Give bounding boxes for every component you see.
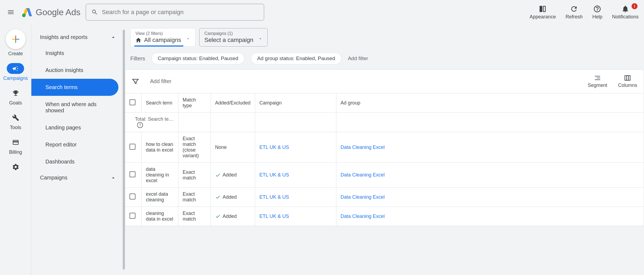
rail-goals[interactable]: Goals <box>7 88 24 106</box>
create-fab[interactable] <box>6 29 26 49</box>
svg-rect-3 <box>15 40 16 43</box>
cell-search-term: how to clean data in excel <box>141 132 178 163</box>
table-toolbar: Add filter Segment Columns <box>125 70 644 93</box>
sidebar-section-insights[interactable]: Insights and reports <box>31 30 125 45</box>
sidebar-item-search-terms[interactable]: Search terms <box>31 79 118 96</box>
check-icon <box>215 194 221 200</box>
notifications-button[interactable]: ! Notifications <box>612 5 639 20</box>
select-all-cell[interactable] <box>125 93 141 113</box>
sidebar-item-dashboards[interactable]: Dashboards <box>31 153 125 170</box>
help-icon <box>593 5 601 13</box>
sidebar-item-auction[interactable]: Auction insights <box>31 62 125 79</box>
table-add-filter[interactable]: Add filter <box>150 78 171 84</box>
cell-campaign[interactable]: ETL UK & US <box>255 188 336 207</box>
cell-ad-group[interactable]: Data Cleaning Excel <box>336 163 644 188</box>
gear-icon <box>7 162 24 172</box>
sidebar-item-insights[interactable]: Insights <box>31 45 125 62</box>
nav-rail: Create Campaigns Goals Tools Billing <box>0 24 31 275</box>
cell-added: Added <box>211 207 255 226</box>
filter-chip-adgroup-status[interactable]: Ad group status: Enabled, Paused <box>251 53 341 64</box>
columns-button[interactable]: Columns <box>618 74 637 88</box>
rail-settings[interactable] <box>7 162 24 172</box>
cell-ad-group[interactable]: Data Cleaning Excel <box>336 188 644 207</box>
segment-icon <box>594 74 601 81</box>
menu-icon[interactable] <box>5 7 16 18</box>
segment-button[interactable]: Segment <box>588 74 607 88</box>
rail-tools[interactable]: Tools <box>7 112 24 130</box>
table-header-row: Search term Match type Added/Excluded Ca… <box>125 93 644 113</box>
filter-icon[interactable] <box>132 78 139 85</box>
sidebar-item-when-where[interactable]: When and where ads showed <box>31 96 125 119</box>
sidebar-scrollbar[interactable] <box>123 30 125 270</box>
col-match-type[interactable]: Match type <box>178 93 211 113</box>
checkbox[interactable] <box>130 144 135 150</box>
columns-icon <box>624 74 631 81</box>
campaigns-icon <box>7 63 24 74</box>
filter-chip-campaign-status[interactable]: Campaign status: Enabled, Paused <box>151 53 244 64</box>
cell-campaign[interactable]: ETL UK & US <box>255 207 336 226</box>
trophy-icon <box>7 88 24 99</box>
chevron-down-icon <box>258 37 263 41</box>
appearance-icon <box>539 5 547 13</box>
chevron-up-icon <box>110 34 116 40</box>
chevron-down-icon <box>186 37 190 41</box>
help-button[interactable]: Help <box>592 5 602 20</box>
add-filter-link[interactable]: Add filter <box>348 55 368 61</box>
checkbox[interactable] <box>130 99 135 105</box>
cell-added: None <box>211 132 255 163</box>
cell-match-type: Exact match <box>178 207 211 226</box>
cell-match-type: Exact match (close variant) <box>178 132 211 163</box>
campaign-selector[interactable]: Campaigns (1) Select a campaign <box>199 28 268 47</box>
help-icon[interactable]: ? <box>137 122 143 128</box>
bell-icon <box>621 5 629 13</box>
app-header: Google Ads Appearance Refresh Help ! Not… <box>0 0 644 24</box>
home-icon <box>135 37 141 43</box>
cell-campaign[interactable]: ETL UK & US <box>255 163 336 188</box>
cell-search-term: excel data cleaning <box>141 188 178 207</box>
col-ad-group[interactable]: Ad group <box>336 93 644 113</box>
cell-campaign[interactable]: ETL UK & US <box>255 132 336 163</box>
filters-row: Filters Campaign status: Enabled, Paused… <box>130 50 639 69</box>
search-bar[interactable] <box>86 4 264 21</box>
sidebar: Insights and reports Insights Auction in… <box>31 24 125 275</box>
cell-search-term: data cleaning in excel <box>141 163 178 188</box>
tools-icon <box>7 112 24 123</box>
svg-rect-1 <box>15 36 16 39</box>
svg-point-0 <box>22 14 26 17</box>
rail-billing[interactable]: Billing <box>7 137 24 155</box>
view-selector[interactable]: View (2 filters) All campaigns <box>130 28 195 47</box>
row-checkbox-cell[interactable] <box>125 132 141 163</box>
notification-badge: ! <box>632 3 638 9</box>
sidebar-section-campaigns[interactable]: Campaigns <box>31 170 125 185</box>
logo[interactable]: Google Ads <box>22 7 80 18</box>
cell-ad-group[interactable]: Data Cleaning Excel <box>336 207 644 226</box>
cell-search-term: cleaning data in excel <box>141 207 178 226</box>
logo-text: Google Ads <box>36 7 80 17</box>
checkbox[interactable] <box>130 194 135 199</box>
appearance-button[interactable]: Appearance <box>530 5 556 20</box>
sidebar-item-report-editor[interactable]: Report editor <box>31 136 125 153</box>
row-checkbox-cell[interactable] <box>125 163 141 188</box>
plus-icon <box>11 34 21 44</box>
row-checkbox-cell[interactable] <box>125 188 141 207</box>
cell-ad-group[interactable]: Data Cleaning Excel <box>336 132 644 163</box>
cell-added: Added <box>211 163 255 188</box>
check-icon <box>215 172 221 178</box>
checkbox[interactable] <box>130 171 135 177</box>
refresh-button[interactable]: Refresh <box>566 5 583 20</box>
rail-campaigns[interactable]: Campaigns <box>3 63 28 81</box>
table-row: cleaning data in excelExact matchAddedET… <box>125 207 644 226</box>
sidebar-item-landing[interactable]: Landing pages <box>31 119 125 136</box>
header-actions: Appearance Refresh Help ! Notifications <box>530 5 639 20</box>
search-icon <box>91 9 98 16</box>
row-checkbox-cell[interactable] <box>125 207 141 226</box>
col-added-excluded[interactable]: Added/Excluded <box>211 93 255 113</box>
table-row: data cleaning in excelExact matchAddedET… <box>125 163 644 188</box>
col-search-term[interactable]: Search term <box>141 93 178 113</box>
chevron-up-icon <box>110 175 116 181</box>
col-campaign[interactable]: Campaign <box>255 93 336 113</box>
rail-create[interactable]: Create <box>6 29 26 57</box>
search-input[interactable] <box>102 9 259 16</box>
checkbox[interactable] <box>130 213 135 219</box>
content-area: View (2 filters) All campaigns Campaigns… <box>125 24 644 275</box>
